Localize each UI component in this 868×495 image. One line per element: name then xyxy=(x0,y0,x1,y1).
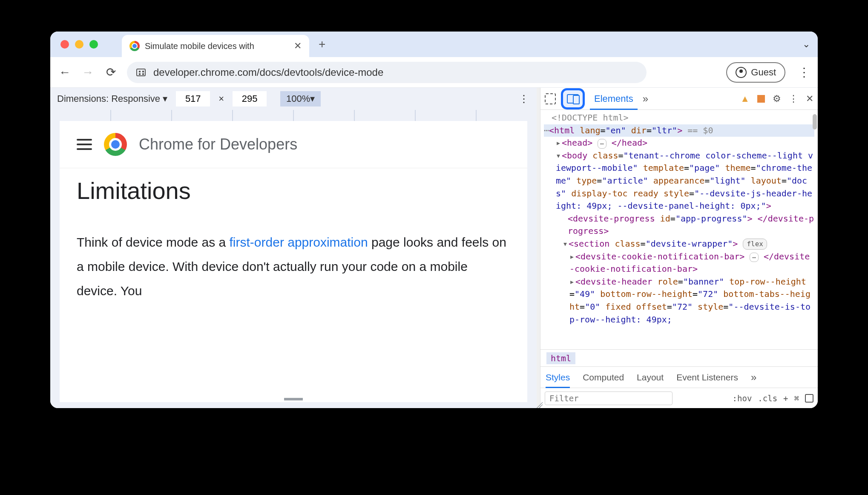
toggle-panel-icon[interactable] xyxy=(805,394,813,403)
site-title: Chrome for Developers xyxy=(139,135,297,153)
address-bar[interactable]: developer.chrome.com/docs/devtools/devic… xyxy=(127,62,647,83)
hov-toggle[interactable]: :hov xyxy=(733,394,752,403)
tab-event-listeners[interactable]: Event Listeners xyxy=(676,372,738,383)
titlebar: Simulate mobile devices with ✕ + ⌄ xyxy=(50,32,818,57)
favicon-icon xyxy=(129,41,140,51)
chrome-logo-icon xyxy=(104,133,127,156)
dom-doctype: <!DOCTYPE html> xyxy=(544,112,814,124)
dimensions-dropdown[interactable]: Dimensions: Responsive ▾ xyxy=(57,93,167,104)
more-tabs-icon[interactable]: » xyxy=(643,93,648,105)
styles-tabbar: Styles Computed Layout Event Listeners » xyxy=(540,366,818,388)
scrollbar-thumb[interactable] xyxy=(813,114,817,130)
cls-toggle[interactable]: .cls xyxy=(758,394,777,403)
computed-styles-icon[interactable]: ⌘ xyxy=(794,394,799,403)
forward-button[interactable]: → xyxy=(81,66,95,79)
dom-cookie-bar[interactable]: ▸<devsite-cookie-notification-bar> ⋯ </d… xyxy=(544,250,814,276)
warning-icon[interactable]: ▲ xyxy=(740,93,750,104)
ruler xyxy=(50,110,537,121)
browser-menu-icon[interactable]: ⋮ xyxy=(798,65,810,79)
dom-html-element[interactable]: ⋯<html lang="en" dir="ltr"> == $0 xyxy=(544,124,814,137)
browser-tab[interactable]: Simulate mobile devices with ✕ xyxy=(122,35,309,57)
emulated-viewport[interactable]: Chrome for Developers Limitations Think … xyxy=(60,121,527,402)
new-style-rule-button[interactable]: + xyxy=(783,394,788,403)
settings-icon[interactable]: ⚙ xyxy=(773,93,781,104)
tab-title: Simulate mobile devices with xyxy=(145,41,254,51)
height-input[interactable] xyxy=(233,91,267,106)
window-menu-icon[interactable]: ⌄ xyxy=(802,39,810,50)
dom-breadcrumb[interactable]: html xyxy=(540,349,818,366)
tab-computed[interactable]: Computed xyxy=(583,372,624,383)
url-text: developer.chrome.com/docs/devtools/devic… xyxy=(153,66,383,78)
device-toolbar: Dimensions: Responsive ▾ × 100% ▾ ⋮ xyxy=(50,88,537,110)
device-mode-pane: Dimensions: Responsive ▾ × 100% ▾ ⋮ Chro… xyxy=(50,88,537,408)
dom-tree[interactable]: <!DOCTYPE html> ⋯<html lang="en" dir="lt… xyxy=(540,110,818,349)
avatar-icon xyxy=(736,67,747,78)
tab-elements[interactable]: Elements xyxy=(590,88,638,109)
hamburger-icon[interactable] xyxy=(77,144,92,145)
site-settings-icon[interactable] xyxy=(136,69,146,76)
browser-window: Simulate mobile devices with ✕ + ⌄ ← → ⟳… xyxy=(50,32,818,408)
inspect-element-icon[interactable] xyxy=(545,93,556,104)
device-icon xyxy=(567,94,579,104)
issues-icon[interactable] xyxy=(757,95,765,103)
profile-label: Guest xyxy=(751,67,776,78)
dom-body[interactable]: ▾<body class="tenant--chrome color-schem… xyxy=(544,150,814,213)
dom-devsite-header[interactable]: ▸<devsite-header role="banner" top-row--… xyxy=(544,276,814,326)
article-content: Limitations Think of device mode as a fi… xyxy=(60,168,527,311)
dom-section[interactable]: ▾<section class="devsite-wrapper"> flex xyxy=(544,238,814,250)
tab-layout[interactable]: Layout xyxy=(637,372,664,383)
new-tab-button[interactable]: + xyxy=(319,37,325,51)
resize-handle-icon[interactable] xyxy=(284,398,303,400)
page-body: Think of device mode as a first-order ap… xyxy=(77,230,510,303)
back-button[interactable]: ← xyxy=(58,66,72,79)
dom-progress[interactable]: <devsite-progress id="app-progress"> </d… xyxy=(544,213,814,238)
reload-button[interactable]: ⟳ xyxy=(104,65,118,79)
tab-styles[interactable]: Styles xyxy=(546,372,570,383)
content-area: Dimensions: Responsive ▾ × 100% ▾ ⋮ Chro… xyxy=(50,88,818,408)
devtools-tabbar: Elements » ▲ ⚙ ⋮ ✕ xyxy=(540,88,818,110)
profile-button[interactable]: Guest xyxy=(726,62,785,83)
devtools-panel: Elements » ▲ ⚙ ⋮ ✕ <!DOCTYPE html> ⋯<htm… xyxy=(540,88,818,408)
dimension-separator: × xyxy=(218,93,224,104)
pane-splitter[interactable] xyxy=(537,88,540,408)
browser-toolbar: ← → ⟳ developer.chrome.com/docs/devtools… xyxy=(50,57,818,88)
width-input[interactable] xyxy=(176,91,210,106)
styles-filter-input[interactable] xyxy=(545,391,673,405)
window-close-icon[interactable] xyxy=(60,40,69,49)
zoom-dropdown[interactable]: 100% ▾ xyxy=(280,91,321,106)
breadcrumb-item[interactable]: html xyxy=(546,352,575,364)
dom-head[interactable]: ▸<head> ⋯ </head> xyxy=(544,137,814,150)
page-heading: Limitations xyxy=(77,177,510,204)
page-header: Chrome for Developers xyxy=(60,121,527,168)
styles-toolbar: :hov .cls + ⌘ xyxy=(540,388,818,408)
traffic-lights xyxy=(60,40,98,49)
devtools-menu-icon[interactable]: ⋮ xyxy=(789,93,798,104)
window-maximize-icon[interactable] xyxy=(89,40,98,49)
more-styles-tabs-icon[interactable]: » xyxy=(751,371,756,383)
window-minimize-icon[interactable] xyxy=(75,40,83,49)
device-toolbar-menu-icon[interactable]: ⋮ xyxy=(519,93,529,105)
inline-link[interactable]: first-order approximation xyxy=(230,235,368,249)
toggle-device-toolbar-button[interactable] xyxy=(561,88,585,109)
close-devtools-icon[interactable]: ✕ xyxy=(806,93,813,104)
tab-close-icon[interactable]: ✕ xyxy=(294,40,302,52)
